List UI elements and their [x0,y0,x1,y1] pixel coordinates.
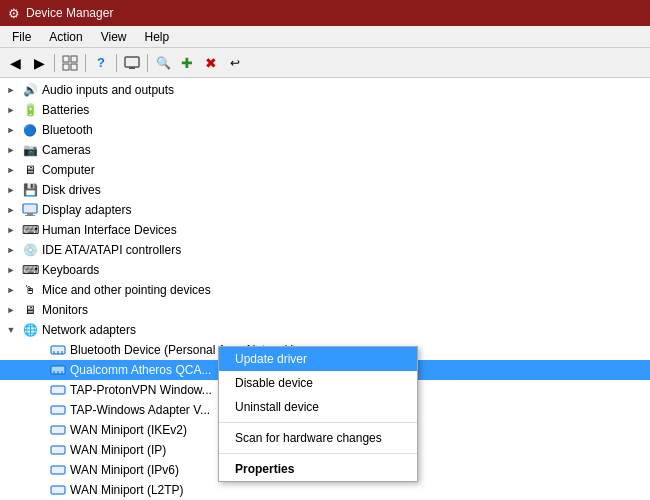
tree-item-mice[interactable]: ► 🖱 Mice and other pointing devices [0,280,650,300]
diskdrives-icon: 💾 [22,182,38,198]
toolbar: ◀ ▶ ? 🔍 ✚ ✖ ↩ [0,48,650,78]
svg-rect-17 [51,386,65,394]
wan-ip-label: WAN Miniport (IP) [70,443,166,457]
refresh-view-button[interactable] [59,52,81,74]
wan-l2tp-icon [50,482,66,498]
monitors-label: Monitors [42,303,88,317]
tree-item-diskdrives[interactable]: ► 💾 Disk drives [0,180,650,200]
displayadapters-label: Display adapters [42,203,131,217]
ide-icon: 💿 [22,242,38,258]
expand-ide[interactable]: ► [4,243,18,257]
batteries-icon: 🔋 [22,102,38,118]
expand-wan-ipv6 [32,463,46,477]
menu-view[interactable]: View [93,28,135,46]
wan-ip-adapter-icon [50,444,66,456]
audio-label: Audio inputs and outputs [42,83,174,97]
bt-pan-icon [50,342,66,358]
help-button[interactable]: ? [90,52,112,74]
wan-ipv6-icon [50,462,66,478]
ctx-uninstall-device[interactable]: Uninstall device [219,395,417,419]
wan-l2tp-adapter-icon [50,484,66,496]
add-button[interactable]: ✚ [176,52,198,74]
expand-hid[interactable]: ► [4,223,18,237]
tree-item-computer[interactable]: ► 🖥 Computer [0,160,650,180]
menu-help[interactable]: Help [137,28,178,46]
computer-label: Computer [42,163,95,177]
svg-rect-0 [63,56,69,62]
expand-qualcomm [32,363,46,377]
qualcomm-adapter-icon [50,364,66,376]
svg-rect-6 [23,204,37,213]
expand-displayadapters[interactable]: ► [4,203,18,217]
forward-button[interactable]: ▶ [28,52,50,74]
scan-button[interactable]: 🔍 [152,52,174,74]
title-bar: ⚙ Device Manager [0,0,650,26]
networkadapters-icon: 🌐 [22,322,38,338]
ctx-disable-device[interactable]: Disable device [219,371,417,395]
expand-bt-pan [32,343,46,357]
computer-icon: 🖥 [22,162,38,178]
tree-item-hid[interactable]: ► ⌨ Human Interface Devices [0,220,650,240]
svg-rect-18 [51,406,65,414]
tree-item-networkadapters[interactable]: ▼ 🌐 Network adapters [0,320,650,340]
ctx-properties[interactable]: Properties [219,457,417,481]
rollback-button[interactable]: ↩ [224,52,246,74]
expand-computer[interactable]: ► [4,163,18,177]
menu-bar: File Action View Help [0,26,650,48]
main-area: ► 🔊 Audio inputs and outputs ► 🔋 Batteri… [0,78,650,500]
svg-rect-3 [71,64,77,70]
title-bar-text: Device Manager [26,6,113,20]
mice-icon: 🖱 [22,282,38,298]
svg-rect-21 [51,466,65,474]
tap-windows-adapter-icon [50,404,66,416]
tree-item-batteries[interactable]: ► 🔋 Batteries [0,100,650,120]
expand-networkadapters[interactable]: ▼ [4,323,18,337]
cameras-icon: 📷 [22,142,38,158]
expand-cameras[interactable]: ► [4,143,18,157]
svg-rect-8 [25,215,35,216]
expand-batteries[interactable]: ► [4,103,18,117]
audio-icon: 🔊 [22,82,38,98]
tree-item-keyboards[interactable]: ► ⌨ Keyboards [0,260,650,280]
ctx-scan-hardware[interactable]: Scan for hardware changes [219,426,417,450]
qualcomm-icon [50,362,66,378]
ctx-update-driver[interactable]: Update driver [219,347,417,371]
expand-keyboards[interactable]: ► [4,263,18,277]
back-button[interactable]: ◀ [4,52,26,74]
expand-diskdrives[interactable]: ► [4,183,18,197]
tap-proton-icon [50,382,66,398]
monitor-button[interactable] [121,52,143,74]
tree-item-ide[interactable]: ► 💿 IDE ATA/ATAPI controllers [0,240,650,260]
device-tree[interactable]: ► 🔊 Audio inputs and outputs ► 🔋 Batteri… [0,78,650,500]
menu-file[interactable]: File [4,28,39,46]
context-menu: Update driver Disable device Uninstall d… [218,346,418,482]
tree-item-bluetooth[interactable]: ► 🔵 Bluetooth [0,120,650,140]
expand-wan-ikev2 [32,423,46,437]
expand-audio[interactable]: ► [4,83,18,97]
toolbar-separator-1 [54,54,55,72]
mice-label: Mice and other pointing devices [42,283,211,297]
refresh-icon [62,55,78,71]
ide-label: IDE ATA/ATAPI controllers [42,243,181,257]
expand-bluetooth[interactable]: ► [4,123,18,137]
wan-ikev2-icon [50,424,66,436]
tap-proton-adapter-icon [50,384,66,396]
ctx-separator-2 [219,453,417,454]
keyboards-label: Keyboards [42,263,99,277]
networkadapters-label: Network adapters [42,323,136,337]
monitor-icon [124,56,140,70]
ctx-separator-1 [219,422,417,423]
displayadapters-icon [22,202,38,218]
tree-item-wan-l2tp[interactable]: WAN Miniport (L2TP) [0,480,650,500]
tree-item-displayadapters[interactable]: ► Display adapters [0,200,650,220]
expand-monitors[interactable]: ► [4,303,18,317]
tree-item-cameras[interactable]: ► 📷 Cameras [0,140,650,160]
hid-icon: ⌨ [22,222,38,238]
expand-mice[interactable]: ► [4,283,18,297]
wan-ikev2-label: WAN Miniport (IKEv2) [70,423,187,437]
tree-item-monitors[interactable]: ► 🖥 Monitors [0,300,650,320]
menu-action[interactable]: Action [41,28,90,46]
remove-button[interactable]: ✖ [200,52,222,74]
title-bar-icon: ⚙ [8,6,20,21]
tree-item-audio[interactable]: ► 🔊 Audio inputs and outputs [0,80,650,100]
